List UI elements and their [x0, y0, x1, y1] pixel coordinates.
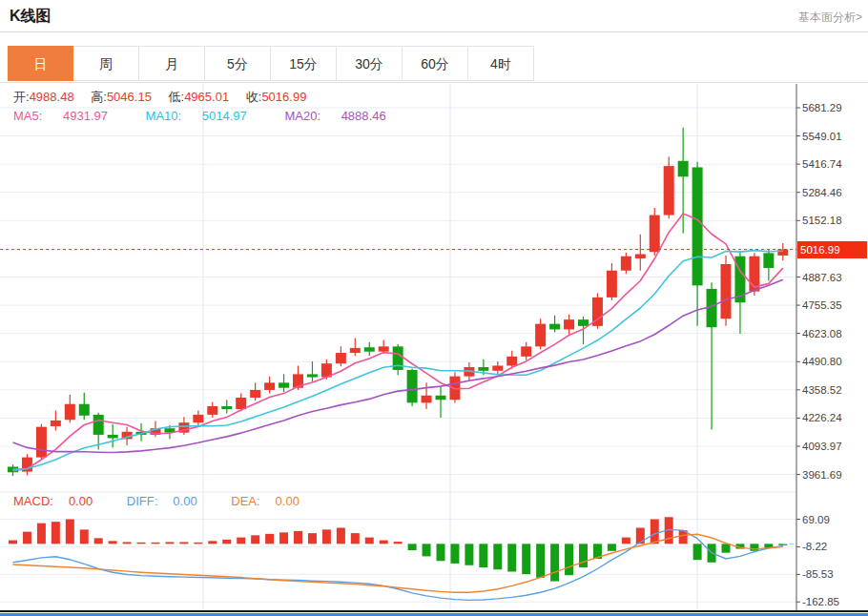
- candle-down[interactable]: [307, 374, 318, 377]
- axis-tick-label: 4755.35: [802, 299, 842, 311]
- macd-bar: [465, 544, 473, 565]
- axis-tick-label: -85.53: [802, 568, 834, 580]
- macd-bar: [622, 538, 630, 544]
- macd-bar: [123, 542, 132, 544]
- macd-bar: [165, 542, 174, 544]
- diff-value-readout: DIFF:0.00: [127, 494, 213, 508]
- candle-up[interactable]: [264, 382, 275, 390]
- candle-down[interactable]: [436, 396, 446, 400]
- macd-bar: [23, 532, 31, 544]
- candle-up[interactable]: [664, 166, 674, 215]
- macd-bar: [80, 529, 89, 544]
- candle-up[interactable]: [521, 346, 531, 357]
- candle-down[interactable]: [549, 324, 560, 330]
- candle-down[interactable]: [692, 167, 703, 285]
- candle-up[interactable]: [564, 319, 574, 329]
- candle-down[interactable]: [79, 404, 90, 416]
- axis-tick-label: 4490.80: [802, 356, 842, 367]
- candle-up[interactable]: [621, 257, 631, 271]
- macd-bar: [579, 544, 588, 567]
- macd-bar: [522, 544, 530, 574]
- macd-bar: [337, 528, 345, 544]
- axis-tick-label: 5284.46: [802, 187, 842, 198]
- macd-bar: [536, 544, 545, 578]
- macd-bar: [66, 520, 74, 544]
- axis-tick-label: 5416.74: [802, 158, 842, 170]
- candle-up[interactable]: [236, 398, 246, 409]
- ma10-readout: MA10: 5014.97: [146, 109, 264, 123]
- macd-bar: [179, 542, 188, 544]
- macd-bar: [608, 544, 616, 550]
- candle-down[interactable]: [478, 367, 488, 371]
- axis-tick-label: 5681.29: [802, 102, 842, 113]
- candle-up[interactable]: [51, 421, 61, 426]
- candle-down[interactable]: [221, 406, 232, 409]
- close-label: 收:: [246, 90, 262, 104]
- axis-tick-label: 3961.69: [802, 469, 842, 481]
- candle-up[interactable]: [379, 346, 389, 351]
- axis-tick-label: 4226.24: [802, 412, 842, 423]
- axis-tick-label: 4093.97: [802, 441, 842, 452]
- macd-bar: [351, 533, 360, 544]
- macd-readout: MACD:0.00 DIFF:0.00 DEA:0.00: [13, 494, 330, 508]
- low-label: 低:: [169, 90, 185, 104]
- candle-up[interactable]: [193, 415, 203, 422]
- open-value: 4988.48: [30, 90, 74, 104]
- candle-up[interactable]: [607, 271, 617, 298]
- candle-up[interactable]: [635, 254, 646, 257]
- candle-down[interactable]: [578, 319, 589, 326]
- macd-bar: [722, 544, 731, 552]
- ma-readout: MA5: 4931.97 MA10: 5014.97 MA20: 4888.46: [13, 109, 421, 123]
- current-price-marker: 5016.99: [797, 241, 867, 258]
- axis-tick-label: 4358.52: [802, 384, 842, 396]
- candle-up[interactable]: [422, 396, 432, 403]
- candle-up[interactable]: [492, 365, 503, 370]
- ma5-readout: MA5: 4931.97: [13, 109, 125, 123]
- macd-bar: [565, 544, 573, 575]
- candle-up[interactable]: [65, 404, 75, 421]
- macd-bar: [365, 538, 374, 544]
- candle-up[interactable]: [777, 250, 788, 256]
- candle-down[interactable]: [407, 370, 418, 402]
- axis-tick-label: 5152.18: [802, 215, 842, 226]
- axis-tick-label: 5549.01: [802, 131, 842, 142]
- candle-up[interactable]: [506, 357, 517, 366]
- candle-up[interactable]: [336, 353, 346, 363]
- macd-bar: [394, 542, 403, 544]
- macd-bar: [437, 544, 445, 561]
- macd-bar: [408, 544, 417, 550]
- macd-bar: [493, 544, 502, 569]
- macd-bar: [265, 534, 274, 544]
- low-value: 4965.01: [184, 90, 229, 104]
- macd-bar: [9, 541, 17, 544]
- candle-down[interactable]: [108, 435, 118, 439]
- macd-bar: [308, 533, 317, 544]
- candle-down[interactable]: [763, 253, 774, 268]
- candle-up[interactable]: [350, 348, 361, 353]
- macd-bar: [507, 544, 516, 571]
- macd-bar: [279, 532, 288, 544]
- macd-bar: [750, 544, 758, 550]
- macd-bar: [322, 529, 331, 544]
- candle-up[interactable]: [721, 264, 732, 318]
- candle-down[interactable]: [279, 382, 289, 387]
- macd-bar: [37, 524, 46, 544]
- macd-bar: [380, 541, 388, 544]
- candle-down[interactable]: [364, 347, 375, 351]
- high-label: 高:: [91, 90, 107, 104]
- axis-tick-label: -8.22: [802, 541, 827, 552]
- high-value: 5046.15: [107, 90, 152, 104]
- close-value: 5016.99: [261, 90, 306, 104]
- chart-bottom-border: [0, 610, 868, 612]
- ohlc-readout: 开:4988.48 高:5046.15 低:4965.01 收:5016.99: [13, 89, 320, 106]
- macd-bar: [137, 543, 146, 544]
- candle-up[interactable]: [207, 406, 217, 415]
- candle-up[interactable]: [535, 324, 546, 347]
- candle-down[interactable]: [678, 161, 689, 177]
- candle-down[interactable]: [93, 415, 104, 435]
- macd-bar: [152, 543, 160, 544]
- candle-up[interactable]: [250, 390, 260, 398]
- candle-up[interactable]: [650, 216, 660, 253]
- kline-widget: 5681.295549.015416.745284.465152.184887.…: [0, 0, 868, 616]
- candle-up[interactable]: [36, 427, 47, 458]
